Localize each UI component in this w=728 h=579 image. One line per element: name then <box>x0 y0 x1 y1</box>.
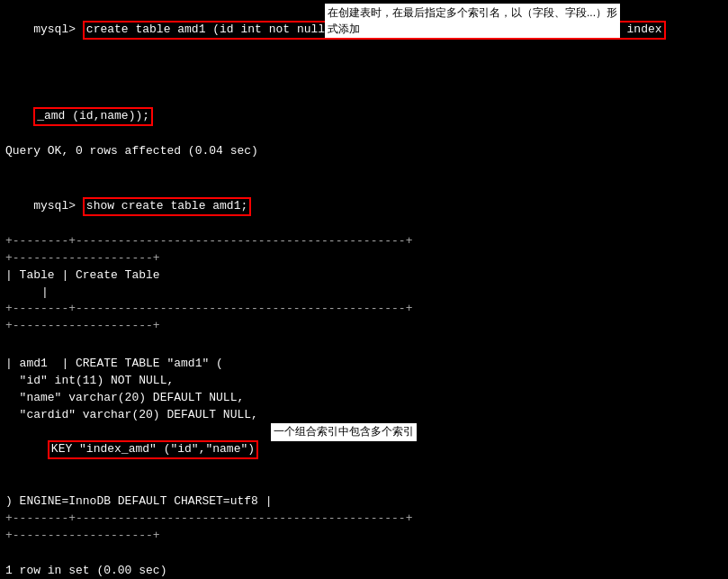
data-row-4: "cardid" varchar(20) DEFAULT NULL, <box>5 407 723 424</box>
show-create-cmd: mysql> show create table amd1; <box>5 181 723 234</box>
table-header-row: | Table | Create Table <box>5 267 723 285</box>
cmd1-text: mysql> <box>33 23 83 36</box>
key-line: KEY "index_amd" ("id","name") 一个组合索引中包含多… <box>5 423 723 493</box>
key-highlight: KEY "index_amd" ("id","name") <box>48 440 258 459</box>
create-query-ok: Query OK, 0 rows affected (0.04 sec) <box>5 143 723 160</box>
key-prefix <box>33 442 48 456</box>
rows-1: 1 row in set (0.00 sec) <box>5 563 723 579</box>
data-row-2: "id" int(11) NOT NULL, <box>5 373 723 390</box>
data-row-3: "name" varchar(20) DEFAULT NULL, <box>5 390 723 407</box>
terminal: mysql> create table amd1 (id int not nul… <box>0 0 728 579</box>
sep-line-4: +--------------------+ <box>5 318 723 335</box>
data-row-1: | amd1 | CREATE TABLE "amd1" ( <box>5 356 723 373</box>
show-create-highlight: show create table amd1; <box>83 197 251 216</box>
sep-line-1: +--------+------------------------------… <box>5 233 723 250</box>
sep-line-3: +--------+------------------------------… <box>5 301 723 318</box>
create-table-cmd: mysql> create table amd1 (id int not nul… <box>5 4 723 90</box>
show-create-prefix: mysql> <box>33 199 83 213</box>
blank2 <box>5 339 723 356</box>
blank3 <box>5 546 723 563</box>
engine-line: ) ENGINE=InnoDB DEFAULT CHARSET=utf8 | <box>5 493 723 511</box>
create-table-cmd-cont: _amd (id,name)); <box>5 90 723 143</box>
create-table-highlight-cont: _amd (id,name)); <box>33 107 153 126</box>
annotation1: 在创建表时，在最后指定多个索引名，以（字段、字段...）形式添加 <box>325 4 620 38</box>
sep-line-6: +--------------------+ <box>5 528 723 545</box>
sep-line-2: +--------------------+ <box>5 250 723 267</box>
blank1 <box>5 164 723 181</box>
annotation2: 一个组合索引中包含多个索引 <box>271 423 417 440</box>
table-header-row2: | <box>5 285 723 302</box>
sep-line-5: +--------+------------------------------… <box>5 511 723 528</box>
